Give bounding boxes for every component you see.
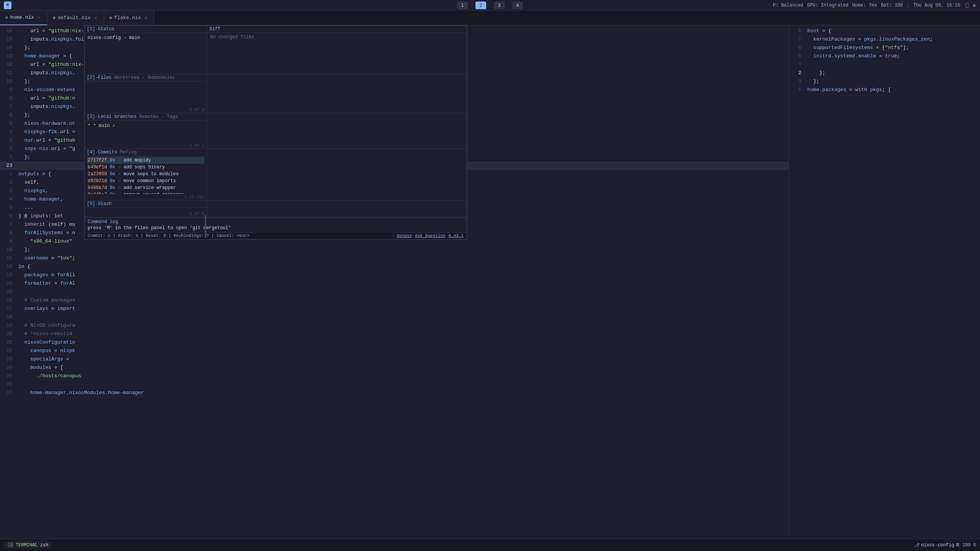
tab-home-icon: ⚙ [5,15,8,20]
code-line: 17 overlays = import [0,305,789,313]
terminal-tab[interactable]: ⬛ TERMINAL zsh [4,541,52,549]
home-time: Home: 7ms [852,3,877,8]
files-content [85,82,207,107]
lazygit-bottom-bar: Commit: c | Stash: s | Reset: D | Keybin… [85,232,467,239]
version-label: 0.43.1 [448,233,464,238]
code-line: 26 [0,380,789,389]
lazygit-diff3-panel [207,113,467,148]
code-line: 27 home-manager.nixosModules.home-manage… [0,389,789,397]
workspace-2[interactable]: 2 [475,2,486,9]
diff-panel-header: Diff [207,26,467,33]
code-line: 14 formatter = forAl [0,279,789,288]
lazygit-files-panel: [2]-Files - Worktrees - Submodules 0 of … [85,74,207,113]
commits-subtitle: Reflog [120,150,136,155]
branches-panel-header: [3]-Local branches - Remotes - Tags [85,113,207,121]
battery: Bat: 100 [881,3,903,8]
code-line-r: 3 }; [789,77,980,86]
tab-home-nix[interactable]: ⚙ home.nix ✕ [0,11,47,25]
tab-default-icon: ⚙ [53,15,56,20]
topbar-center: 1 2 3 4 [457,2,523,9]
lazygit-commits-panel: [4]-Commits - Reflog 2717f2f 0x ○ add mo… [85,149,207,200]
donate-link[interactable]: Donate [397,233,412,238]
files-count: 0 of 0 [85,107,207,113]
commits-panel-header: [4]-Commits - Reflog [85,149,207,156]
tabbar: ⚙ home.nix ✕ ⚙ default.nix ✕ ⚙ flake.nix… [0,11,980,25]
tab-default-close[interactable]: ✕ [93,15,98,21]
lazygit-branches-row: [3]-Local branches - Remotes - Tags * * … [85,113,467,148]
diff-content: No changed files [207,33,467,74]
code-line-r: 7 kernelPackages = pkgs.linuxPackages_ze… [789,35,980,44]
branches-count: 1 of 1 [85,142,207,148]
lazygit-commits-row: [4]-Commits - Reflog 2717f2f 0x ○ add mo… [85,149,467,201]
files-panel-header: [2]-Files - Worktrees - Submodules [85,74,207,82]
code-line-r: 5home.packages = with pkgs; [ [789,86,980,94]
workspace-1[interactable]: 1 [457,2,468,9]
commits-scrollbar [205,215,206,238]
window-toggle-icon[interactable] [965,3,969,8]
code-line-r: 4 [789,60,980,69]
ask-question-link[interactable]: Ask Question [415,233,445,238]
lazygit-links: Donate Ask Question 0.43.1 [397,233,464,238]
editor-right[interactable]: 8boot = { 7 kernelPackages = pkgs.linuxP… [789,25,980,539]
files-title: [2]-Files [87,75,112,80]
code-line: 19 # NixOS configura [0,321,789,330]
code-line: 16 # Custom packages [0,296,789,305]
branch-status: nixos-config → main [88,34,204,41]
commits-content: 2717f2f 0x ○ add mopidy b49ef1d 0x ○ add… [85,156,207,194]
commit-item: 2717f2f 0x ○ add mopidy [87,157,204,164]
code-line: 20 # 'nixos-rebuild [0,330,789,338]
tab-home-label: home.nix [10,15,34,20]
commits-count: 1 of 211 [85,194,207,200]
lazygit-diff-panel: Diff No changed files [207,26,467,74]
code-line-r: 8boot = { [789,27,980,35]
topbar-right: P: Balanced GPU: Integrated Home: 7ms Ba… [773,2,976,9]
tab-flake-label: flake.nix [114,15,141,21]
code-line: 15 [0,288,789,296]
tab-default-nix[interactable]: ⚙ default.nix ✕ [47,11,104,25]
code-line: 18 [0,313,789,321]
lazygit-status-panel: [1]-Status nixos-config → main [85,26,207,74]
code-line-r: 6 supportedFilesystems = ["ntfs"]; [789,44,980,52]
files-worktrees: Worktrees - Submodules [114,75,175,80]
lazygit-files-row: [2]-Files - Worktrees - Submodules 0 of … [85,74,467,113]
datetime: Thu Aug 08, 16:16 [913,3,960,8]
editor-left[interactable]: 16 url = "github:nix-community/nixos-wsl… [0,25,789,539]
code-line-r: 5 initrd.systemd.enable = true; [789,52,980,60]
branches-title: [3]-Local branches [87,114,137,119]
branches-subtitle: Remotes - Tags [139,114,178,119]
tab-home-close[interactable]: ✕ [36,15,42,20]
diff-no-change: No changed files [210,34,254,40]
lazygit-branches-panel: [3]-Local branches - Remotes - Tags * * … [85,113,207,148]
stash-right-area [207,201,467,217]
close-window-icon[interactable]: ✕ [972,2,976,9]
power-profile: P: Balanced [773,3,803,8]
code-line: 13 packages = forAll [0,271,789,279]
commit-item: b49ef1d 0x ○ add sops binary [87,164,204,171]
tab-flake-nix[interactable]: ⚙ flake.nix ✕ [104,11,155,25]
command-log: Command log press 'M' in the files panel… [85,217,467,232]
status-right: ⎇ nixos-config ≡ 100 % [914,542,976,549]
code-line: 22 canopus = nixpk [0,347,789,355]
tab-default-label: default.nix [58,15,91,21]
code-line: 23 specialArgs = [0,355,789,364]
main-area: 16 url = "github:nix-community/nixos-wsl… [0,25,980,539]
commit-item: 8e345a7 0x ○ remove unused packages [87,191,204,194]
workspace-3[interactable]: 3 [494,2,505,9]
tab-flake-icon: ⚙ [109,15,112,20]
branch-indicator: ⎇ nixos-config ≡ [914,542,959,549]
branch-toggle-icon: ⎇ [914,542,920,548]
workspace-4[interactable]: 4 [512,2,523,9]
commits-title: [4]-Commits [87,150,117,155]
stash-panel-header: [5]-Stash [85,201,207,208]
terminal-shell: zsh [40,543,49,548]
tab-flake-close[interactable]: ✕ [143,15,149,21]
terminal-label: TERMINAL [16,543,38,548]
gpu-info: GPU: Integrated [807,3,848,8]
code-line: 21 nixosConfiguratio [0,338,789,347]
stash-content [85,208,207,211]
lazygit-overlay[interactable]: [1]-Status nixos-config → main Diff No c… [84,25,467,240]
code-line: 11 username = "tux"; [0,254,789,262]
lazygit-top-row: [1]-Status nixos-config → main Diff No c… [85,26,467,74]
status-panel-header: [1]-Status [85,26,207,33]
branch-name: nixos-config [921,543,954,548]
